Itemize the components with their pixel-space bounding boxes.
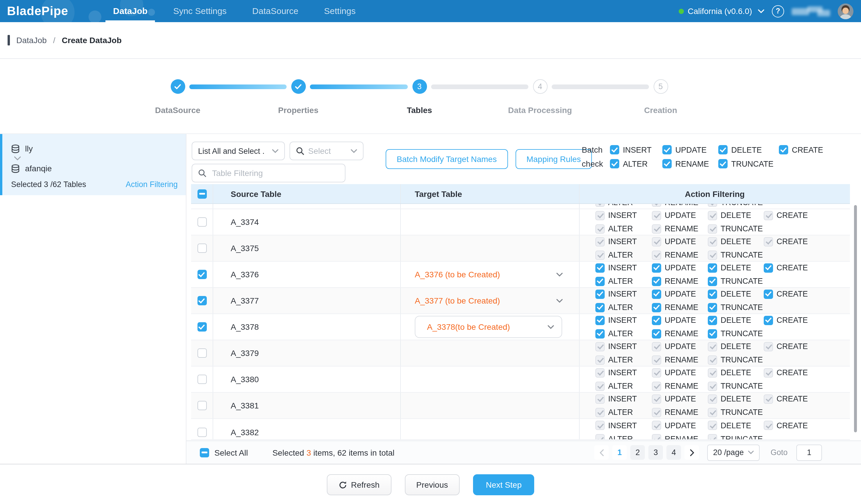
column-select[interactable]: Select <box>289 141 364 160</box>
action-checkbox-alter[interactable] <box>596 276 605 286</box>
action-label: TRUNCATE <box>721 382 763 390</box>
prev-page-button[interactable] <box>594 445 609 460</box>
table-header: Source Table Target Table Action Filteri… <box>191 184 850 204</box>
action-checkbox-rename[interactable] <box>652 303 661 312</box>
action-filtering-grid: INSERTUPDATEDELETECREATEALTERRENAMETRUNC… <box>610 143 823 171</box>
row-checkbox[interactable] <box>197 244 206 253</box>
action-checkbox-rename[interactable] <box>662 159 672 168</box>
next-page-button[interactable] <box>684 445 699 460</box>
breadcrumb-parent[interactable]: DataJob <box>16 36 46 45</box>
help-icon[interactable]: ? <box>772 5 784 17</box>
page-size-select[interactable]: 20 /page <box>707 444 759 461</box>
action-checkbox-delete[interactable] <box>708 289 717 299</box>
action-checkbox-rename[interactable] <box>652 276 661 286</box>
batch-modify-target-names-button[interactable]: Batch Modify Target Names <box>386 149 508 169</box>
page-button-4[interactable]: 4 <box>667 445 681 460</box>
target-table-cell <box>401 204 579 208</box>
selection-summary: Selected 3 /62 Tables <box>11 180 86 189</box>
target-table-select[interactable]: A_3378(to be Created) <box>415 316 562 338</box>
pagination-pages: 1234 <box>612 445 681 460</box>
chevron-down-icon[interactable] <box>556 299 563 303</box>
page-button-2[interactable]: 2 <box>630 445 645 460</box>
select-all-checkbox[interactable] <box>200 448 209 457</box>
target-table-cell <box>401 367 579 392</box>
action-label: TRUNCATE <box>721 408 763 417</box>
refresh-button[interactable]: Refresh <box>327 474 391 495</box>
page-button-1[interactable]: 1 <box>612 445 627 460</box>
action-checkbox-create <box>764 368 773 377</box>
action-checkbox-alter[interactable] <box>596 303 605 312</box>
action-checkbox-insert[interactable] <box>596 289 605 299</box>
action-label: DELETE <box>721 316 751 325</box>
action-checkbox-truncate[interactable] <box>708 276 717 286</box>
action-checkbox-create[interactable] <box>764 289 773 299</box>
page-button-3[interactable]: 3 <box>648 445 663 460</box>
row-checkbox[interactable] <box>197 349 206 358</box>
action-filtering-link[interactable]: Action Filtering <box>125 180 178 189</box>
action-checkbox-insert[interactable] <box>596 315 605 325</box>
action-label: INSERT <box>608 421 637 430</box>
action-checkbox-update[interactable] <box>652 289 661 299</box>
check-icon <box>174 84 181 90</box>
action-checkbox-rename[interactable] <box>652 329 661 338</box>
action-checkbox-truncate[interactable] <box>708 303 717 312</box>
table-filter-input[interactable] <box>211 168 339 178</box>
select-all-header-checkbox[interactable] <box>197 189 206 199</box>
chevron-down-icon[interactable] <box>556 272 563 276</box>
breadcrumb: DataJob / Create DataJob <box>0 22 861 58</box>
action-checkbox-delete[interactable] <box>718 145 728 154</box>
action-checkbox-rename <box>652 434 661 440</box>
row-checkbox[interactable] <box>197 322 206 331</box>
row-checkbox[interactable] <box>197 374 206 384</box>
action-label: TRUNCATE <box>721 250 763 259</box>
nav-item-datasource[interactable]: DataSource <box>244 0 307 22</box>
batch-check-group: Batch check INSERTUPDATEDELETECREATEALTE… <box>582 143 823 171</box>
action-checkbox-truncate[interactable] <box>718 159 728 168</box>
action-filtering-grid: INSERTUPDATEDELETECREATEALTERRENAMETRUNC… <box>596 394 808 417</box>
action-checkbox-update[interactable] <box>652 315 661 325</box>
action-item-rename: RENAME <box>652 381 708 391</box>
target-table-cell <box>401 209 579 235</box>
action-checkbox-delete[interactable] <box>708 263 717 272</box>
action-checkbox-update[interactable] <box>662 145 672 154</box>
user-avatar[interactable] <box>838 3 853 19</box>
table-row: A_3382INSERTUPDATEDELETECREATEALTERRENAM… <box>191 419 850 440</box>
action-checkbox-insert[interactable] <box>596 263 605 272</box>
row-checkbox[interactable] <box>197 296 206 305</box>
target-table-cell: A_3377 (to be Created) <box>401 288 579 313</box>
action-checkbox-alter[interactable] <box>610 159 619 168</box>
action-checkbox-delete[interactable] <box>708 315 717 325</box>
chevron-down-icon[interactable] <box>548 325 554 329</box>
action-checkbox-delete <box>708 342 717 351</box>
next-step-button[interactable]: Next Step <box>473 474 534 495</box>
breadcrumb-separator: / <box>53 36 55 45</box>
list-mode-select[interactable]: List All and Select ... <box>192 141 285 160</box>
nav-item-datajob[interactable]: DataJob <box>104 0 156 22</box>
action-checkbox-truncate <box>708 381 717 391</box>
row-select-cell <box>191 288 213 313</box>
goto-page-input[interactable] <box>796 444 822 461</box>
action-checkbox-insert[interactable] <box>610 145 619 154</box>
action-item-rename: RENAME <box>652 204 708 207</box>
action-checkbox-alter[interactable] <box>596 329 605 338</box>
environment-selector[interactable]: California (v0.6.0) <box>678 6 764 16</box>
action-label: TRUNCATE <box>721 303 763 312</box>
action-checkbox-update[interactable] <box>652 263 661 272</box>
row-checkbox[interactable] <box>197 217 206 227</box>
row-checkbox[interactable] <box>197 270 206 279</box>
previous-button[interactable]: Previous <box>405 474 460 495</box>
action-filtering-grid: INSERTUPDATEDELETECREATEALTERRENAMETRUNC… <box>596 342 808 365</box>
action-checkbox-truncate[interactable] <box>708 329 717 338</box>
sidebar-item-db-pair[interactable]: lly afanqie Selected 3 /62 Tables Action… <box>0 134 186 195</box>
mapping-rules-button[interactable]: Mapping Rules <box>515 149 592 169</box>
nav-item-sync-settings[interactable]: Sync Settings <box>165 0 235 22</box>
action-checkbox-create[interactable] <box>764 315 773 325</box>
action-checkbox-insert <box>596 394 605 404</box>
action-label: ALTER <box>608 204 633 206</box>
action-checkbox-create[interactable] <box>779 145 788 154</box>
action-checkbox-create[interactable] <box>764 263 773 272</box>
nav-item-settings[interactable]: Settings <box>315 0 364 22</box>
row-checkbox[interactable] <box>197 401 206 410</box>
table-scrollbar-thumb[interactable] <box>854 205 857 432</box>
row-checkbox[interactable] <box>197 427 206 437</box>
